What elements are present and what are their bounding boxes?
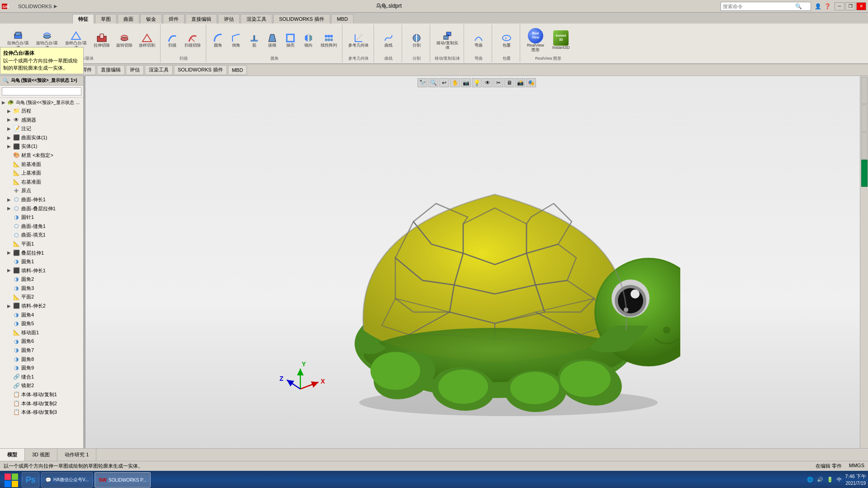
tree-mirror2[interactable]: 🔗 镜射2 — [0, 381, 83, 390]
tab-sketch[interactable]: 草图 — [95, 14, 117, 24]
sweep-button[interactable]: 扫描 — [164, 31, 180, 49]
extrude-cut-button[interactable]: 拉伸切除 — [91, 31, 112, 49]
view-rotate-button[interactable]: ↩ — [439, 78, 449, 87]
view-section-button[interactable]: ✂ — [493, 78, 503, 87]
tree-surface-bodies[interactable]: ▶ ⬛ 曲面实体(1) — [0, 133, 83, 142]
right-panel-btn4[interactable] — [861, 160, 868, 187]
tab-mbd[interactable]: MBD — [331, 14, 354, 24]
right-panel-btn3[interactable] — [861, 132, 868, 159]
taskbar-ps-button[interactable]: Ps — [22, 472, 39, 488]
tree-top-plane[interactable]: 📐 上基准面 — [0, 169, 83, 178]
tab2-evaluate[interactable]: 评估 — [126, 65, 144, 75]
tab-surface[interactable]: 曲面 — [118, 14, 139, 24]
tab2-render[interactable]: 渲染工具 — [145, 65, 173, 75]
tree-fillet5[interactable]: ◑ 圆角4 — [0, 311, 83, 320]
tab-features[interactable]: 特征 — [72, 14, 94, 24]
view-orient-button[interactable]: 🔭 — [417, 78, 427, 87]
3d-viewport[interactable]: 🔭 🔍 ↩ ✋ 📷 💡 👁 ✂ 🖥 📸 🎭 — [85, 76, 868, 448]
tree-fillet1[interactable]: ◑ 圆针1 — [0, 213, 83, 222]
search-box[interactable]: 🔍 — [721, 2, 811, 11]
rib-button[interactable]: 筋 — [246, 31, 262, 49]
tree-knit1[interactable]: 🔗 缝合1 — [0, 373, 83, 382]
view-scene-button[interactable]: 🎭 — [526, 78, 536, 87]
shell-button[interactable]: 抽壳 — [282, 31, 299, 49]
instant3d-button[interactable]: Instant3D Instant3D — [549, 29, 573, 52]
tree-history[interactable]: ▶ 📁 历程 — [0, 107, 83, 116]
tab-motion-study[interactable]: 动作研究 1 — [57, 449, 96, 461]
tree-material[interactable]: 🎨 材质 <未指定> — [0, 151, 83, 160]
fillet-button[interactable]: 圆角 — [210, 31, 226, 49]
tree-fillet4[interactable]: ◑ 圆角3 — [0, 284, 83, 293]
view-pan-button[interactable]: ✋ — [450, 78, 460, 87]
tree-body-move1[interactable]: 📋 本体-移动/复制1 — [0, 390, 83, 399]
loft-cut-button[interactable]: 放样切割 — [137, 31, 157, 49]
wrap-button[interactable]: A 包覆 — [498, 31, 515, 49]
view-camera-button[interactable]: 📷 — [461, 78, 471, 87]
tree-fillet8[interactable]: ◑ 圆角7 — [0, 346, 83, 355]
tree-right-plane[interactable]: 📐 右基准面 — [0, 178, 83, 187]
curve-button[interactable]: 曲线 — [380, 31, 397, 49]
view-hide-button[interactable]: 👁 — [483, 78, 493, 87]
tree-front-plane[interactable]: 📐 前基准面 — [0, 160, 83, 169]
sidebar-filter[interactable] — [0, 85, 83, 98]
tab2-plugins[interactable]: SOLIDWORKS 插件 — [174, 65, 227, 75]
tree-solid-bodies[interactable]: ▶ ⬛ 实体(1) — [0, 142, 83, 151]
mirror-button[interactable]: 镜向 — [300, 31, 317, 49]
minimize-button[interactable]: ─ — [835, 2, 844, 10]
chamfer-button[interactable]: 倒角 — [228, 31, 244, 49]
right-panel-btn2[interactable] — [861, 104, 868, 132]
linear-pattern-button[interactable]: 线性阵列 — [318, 31, 339, 49]
user-icon[interactable]: 👤 — [815, 3, 821, 9]
tab2-direct-edit[interactable]: 直接编辑 — [97, 65, 125, 75]
sidebar-filter-input[interactable] — [2, 87, 81, 95]
tree-move-face1[interactable]: 📐 移动面1 — [0, 328, 83, 337]
tab-render[interactable]: 渲染工具 — [241, 14, 272, 24]
help-icon[interactable]: ❓ — [824, 3, 831, 9]
close-button[interactable]: ✕ — [856, 2, 866, 10]
taskbar-sw-button[interactable]: SW SOLIDWORKS P... — [95, 472, 151, 488]
ref-geometry-button[interactable]: 参考几何体 — [346, 31, 371, 49]
tab-weldment[interactable]: 焊件 — [163, 14, 185, 24]
tree-fillet9[interactable]: ◑ 圆角8 — [0, 355, 83, 364]
view-zoom-button[interactable]: 🔍 — [428, 78, 438, 87]
tree-body-move3[interactable]: 📋 本体-移动/复制3 — [0, 408, 83, 417]
tree-surf-loft1[interactable]: ▶ ⬡ 曲面-叠层拉伸1 — [0, 204, 83, 213]
sweep-cut-button[interactable]: 扫描切除 — [182, 31, 203, 49]
start-button[interactable] — [2, 472, 20, 488]
tree-plane2[interactable]: 📐 平面2 — [0, 293, 83, 302]
tree-plane1[interactable]: 📐 平面1 — [0, 240, 83, 249]
tree-surf-fill1[interactable]: ⬡ 曲面-填充1 — [0, 231, 83, 240]
split-button[interactable]: 分割 — [408, 31, 425, 49]
taskbar-wechat-button[interactable]: 💬 HA微信公众号V... — [41, 472, 93, 488]
draft-button[interactable]: 拔模 — [264, 31, 280, 49]
realview-button[interactable]: RealView RealView图形 — [524, 27, 547, 54]
model-viewport[interactable]: X Y Z — [85, 76, 868, 448]
tab-model[interactable]: 模型 — [0, 449, 25, 461]
tree-root-item[interactable]: ▶ 🐢 乌龟 (预设<<预设>_显示状态 1>) — [0, 99, 83, 107]
tree-annotations[interactable]: ▶ 📝 注记 — [0, 124, 83, 133]
tab2-mbd[interactable]: MBD — [228, 65, 247, 75]
move-copy-button[interactable]: 移动/复制实体 — [434, 29, 461, 52]
tree-fillet7[interactable]: ◑ 圆角6 — [0, 337, 83, 346]
restore-button[interactable]: ❐ — [845, 2, 855, 10]
tree-fillet3[interactable]: ◑ 圆角2 — [0, 275, 83, 284]
tab-evaluate[interactable]: 评估 — [218, 14, 240, 24]
tree-fillet2-item[interactable]: ◑ 圆角1 — [0, 257, 83, 266]
tab-plugins[interactable]: SOLIDWORKS 插件 — [273, 14, 330, 24]
tree-loft1[interactable]: ▶ ⬛ 叠层拉伸1 — [0, 249, 83, 258]
flex-button[interactable]: 弯曲 — [470, 31, 487, 49]
tree-fillet10[interactable]: ◑ 圆角9 — [0, 364, 83, 373]
tree-sensors[interactable]: ▶ 👁 感测器 — [0, 116, 83, 125]
view-snapshot-button[interactable]: 📸 — [515, 78, 525, 87]
tree-fillet6[interactable]: ◑ 圆角5 — [0, 319, 83, 328]
view-display-button[interactable]: 💡 — [472, 78, 482, 87]
tree-boss-extrude2[interactable]: ▶ ⬛ 填料-伸长2 — [0, 302, 83, 311]
tree-origin[interactable]: ✚ 原点 — [0, 186, 83, 195]
revolve-cut-button[interactable]: 旋转切除 — [114, 31, 135, 49]
tab-sheetmetal[interactable]: 钣金 — [140, 14, 162, 24]
search-input[interactable] — [723, 4, 795, 9]
tree-surf-knit1[interactable]: ⬡ 曲面-缝角1 — [0, 222, 83, 231]
view-render-button[interactable]: 🖥 — [504, 78, 514, 87]
tree-body-move2[interactable]: 📋 本体-移动/复制2 — [0, 399, 83, 408]
tree-boss-extrude1[interactable]: ▶ ⬛ 填料-伸长1 — [0, 266, 83, 275]
